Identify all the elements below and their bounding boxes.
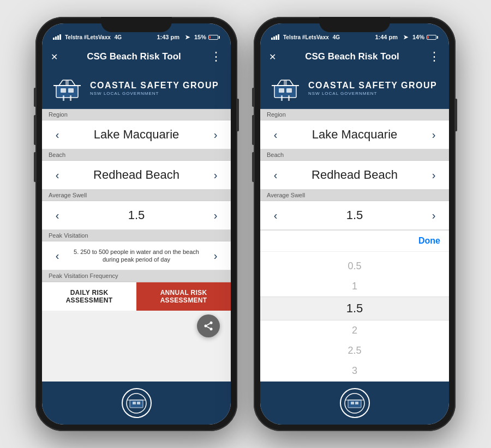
svg-rect-9 [65, 80, 69, 86]
svg-line-19 [207, 323, 210, 325]
network-text: 4G [115, 34, 122, 40]
content-left: Region ‹ Lake Macquarie › Beach ‹ Redhea… [42, 109, 231, 382]
signal-icon [53, 34, 61, 40]
close-button-left[interactable]: ✕ [51, 52, 58, 62]
picker-item-1[interactable]: 1 [260, 276, 449, 296]
svg-point-16 [205, 325, 207, 328]
phone-right-screen: Telstra #LetsVaxx 4G 1:44 pm ➤ 14% [260, 23, 449, 425]
phones-container: Telstra #LetsVaxx 4G 1:43 pm ➤ 15% [35, 17, 456, 431]
menu-button-right[interactable]: ⋮ [428, 50, 440, 64]
logo-banner-right: COASTAL SAFETY GROUP NSW LOCAL GOVERNMEN… [260, 68, 449, 109]
swell-value-left: 1.5 [66, 208, 207, 222]
swell-row-left: ‹ 1.5 › [42, 201, 231, 230]
network-text-right: 4G [333, 34, 340, 40]
phone-left: Telstra #LetsVaxx 4G 1:43 pm ➤ 15% [35, 17, 237, 431]
footer-right [260, 382, 449, 425]
svg-line-26 [277, 80, 281, 86]
picker-item-2-selected[interactable]: 1.5 [260, 296, 449, 320]
notch-right [319, 17, 390, 32]
picker-done-row: Done [260, 231, 449, 252]
svg-rect-32 [351, 402, 354, 404]
region-row-left: ‹ Lake Macquarie › [42, 120, 231, 149]
swell-label-left: Average Swell [42, 190, 231, 201]
svg-rect-20 [274, 86, 296, 98]
close-button-right[interactable]: ✕ [269, 52, 276, 62]
swell-next-btn-left[interactable]: › [207, 207, 224, 224]
svg-rect-23 [281, 95, 283, 101]
daily-tab-left[interactable]: DAILY RISK ASSESSMENT [42, 282, 136, 311]
peak-vis-next-btn-left[interactable]: › [207, 247, 224, 264]
picker-overlay: Done 0.5 1 1.5 2 2.5 3 [260, 230, 449, 382]
battery-icon [208, 35, 220, 40]
picker-item-5[interactable]: 3 [260, 361, 449, 381]
swell-prev-btn-right[interactable]: ‹ [267, 207, 284, 224]
picker-item-0[interactable]: 0.5 [260, 256, 449, 276]
annual-tab-left[interactable]: ANNUAL RISK ASSESSMENT [136, 282, 231, 311]
svg-rect-11 [130, 400, 143, 408]
beach-row-left: ‹ Redhead Beach › [42, 161, 231, 190]
svg-rect-2 [68, 88, 74, 93]
share-button-left[interactable] [197, 314, 220, 337]
notch-left [101, 17, 172, 32]
svg-rect-29 [284, 80, 287, 86]
peak-vis-value-left: 5. 250 to 500 people in water and on the… [66, 248, 207, 264]
beach-row-right: ‹ Redhead Beach › [260, 161, 449, 190]
svg-rect-21 [279, 88, 284, 93]
beach-prev-btn-right[interactable]: ‹ [267, 166, 284, 184]
time-text-right: 1:44 pm [375, 34, 398, 40]
swell-value-right: 1.5 [284, 208, 425, 222]
battery-icon-right [427, 35, 438, 40]
app-title-right: CSG Beach Risk Tool [305, 51, 399, 62]
peak-vis-label-left: Peak Visitation [42, 230, 231, 241]
picker-item-4[interactable]: 2.5 [260, 341, 449, 361]
svg-rect-4 [70, 95, 71, 101]
beach-label-right: Beach [260, 149, 449, 161]
footer-logo-right [340, 388, 370, 418]
svg-point-15 [210, 322, 213, 324]
footer-logo-left [122, 388, 152, 418]
bottom-tabs-left: DAILY RISK ASSESSMENT ANNUAL RISK ASSESS… [42, 282, 231, 311]
csg-logo-right [269, 75, 302, 102]
location-icon: ➤ [185, 34, 190, 41]
content-right: Region ‹ Lake Macquarie › Beach ‹ Redhea… [260, 109, 449, 382]
beach-next-btn-right[interactable]: › [425, 166, 442, 184]
signal-icon-right [271, 34, 279, 40]
picker-item-3[interactable]: 2 [260, 320, 449, 341]
region-label-right: Region [260, 109, 449, 120]
svg-rect-0 [56, 86, 78, 98]
svg-line-18 [207, 326, 210, 328]
svg-rect-33 [355, 402, 358, 404]
svg-rect-31 [348, 400, 361, 408]
location-icon-right: ➤ [403, 34, 408, 41]
picker-scroll[interactable]: 0.5 1 1.5 2 2.5 3 [260, 252, 449, 382]
carrier-text: Telstra #LetsVaxx [65, 34, 111, 40]
region-prev-btn-right[interactable]: ‹ [267, 126, 284, 143]
region-next-btn-left[interactable]: › [207, 126, 224, 143]
region-prev-btn-left[interactable]: ‹ [49, 126, 66, 143]
beach-next-btn-left[interactable]: › [207, 166, 224, 184]
picker-done-button[interactable]: Done [418, 236, 440, 246]
app-title-left: CSG Beach Risk Tool [87, 51, 181, 62]
region-row-right: ‹ Lake Macquarie › [260, 120, 449, 149]
beach-value-right: Redhead Beach [284, 168, 425, 182]
swell-label-right: Average Swell [260, 190, 449, 201]
beach-prev-btn-left[interactable]: ‹ [49, 166, 66, 184]
peak-vis-prev-btn-left[interactable]: ‹ [49, 247, 66, 264]
logo-text-left: COASTAL SAFETY GROUP NSW LOCAL GOVERNMEN… [90, 81, 219, 96]
menu-button-left[interactable]: ⋮ [210, 50, 222, 64]
swell-row-right: ‹ 1.5 › [260, 201, 449, 230]
swell-prev-btn-left[interactable]: ‹ [49, 207, 66, 224]
beach-label-left: Beach [42, 149, 231, 161]
svg-rect-13 [137, 402, 140, 404]
battery-text: 15% [194, 34, 206, 40]
peak-vis-row-left: ‹ 5. 250 to 500 people in water and on t… [42, 241, 231, 270]
csg-logo-left [51, 75, 83, 102]
footer-left [42, 382, 231, 425]
phone-left-screen: Telstra #LetsVaxx 4G 1:43 pm ➤ 15% [42, 23, 231, 425]
svg-line-27 [290, 80, 294, 86]
beach-value-left: Redhead Beach [66, 168, 207, 182]
swell-next-btn-right[interactable]: › [425, 207, 442, 224]
svg-rect-12 [133, 402, 136, 404]
region-next-btn-right[interactable]: › [425, 126, 442, 143]
svg-line-7 [71, 80, 75, 86]
